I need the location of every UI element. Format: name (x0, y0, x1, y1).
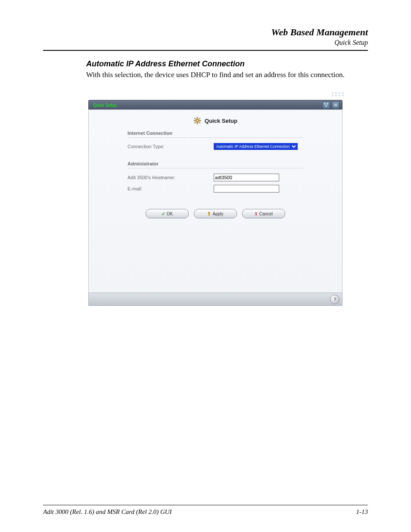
status-bar: ? (88, 293, 342, 306)
svg-rect-11 (194, 118, 196, 119)
svg-rect-0 (324, 103, 326, 104)
page-header-title: Web Based Management (271, 27, 368, 38)
cancel-icon: X (255, 212, 258, 216)
tab-label: Quick Setup (89, 103, 116, 108)
connection-type-label: Connection Type: (128, 144, 214, 149)
network-icon[interactable] (322, 101, 330, 109)
row-connection-type: Connection Type: Automatic IP Address Et… (128, 141, 303, 152)
panel-title-row: Quick Setup (89, 110, 342, 131)
svg-rect-5 (334, 106, 337, 106)
svg-rect-14 (199, 122, 200, 123)
button-row: ✓ OK ❢ Apply X Cancel (128, 209, 303, 218)
window-grip-dots (331, 91, 345, 97)
titlebar-icons (322, 101, 342, 109)
group-admin-label: Administrator (128, 161, 303, 166)
row-hostname: Adit 3500's Hostname: (128, 172, 303, 183)
svg-rect-7 (197, 117, 198, 118)
svg-rect-2 (326, 106, 327, 107)
apply-icon: ❢ (207, 212, 211, 216)
ok-button-label: OK (167, 212, 173, 216)
page: Web Based Management Quick Setup Automat… (0, 0, 411, 532)
network-icon-svg (324, 103, 329, 108)
list-icon[interactable] (332, 101, 339, 109)
help-button[interactable]: ? (330, 295, 339, 304)
section-body: With this selection, the device uses DHC… (86, 71, 345, 79)
hostname-input[interactable] (214, 174, 279, 181)
apply-button-label: Apply (212, 212, 223, 216)
ok-button[interactable]: ✓ OK (146, 209, 189, 218)
cancel-button[interactable]: X Cancel (242, 209, 285, 218)
page-header-subtitle: Quick Setup (271, 39, 368, 47)
check-icon: ✓ (162, 212, 165, 216)
gear-icon (193, 117, 201, 124)
app-window: Quick Setup (86, 91, 345, 306)
hostname-label: Adit 3500's Hostname: (128, 175, 214, 180)
divider (128, 137, 303, 138)
list-icon-svg (333, 103, 338, 108)
page-header: Web Based Management Quick Setup (271, 27, 368, 47)
help-icon: ? (333, 297, 336, 302)
svg-rect-10 (199, 120, 201, 121)
apply-button[interactable]: ❢ Apply (194, 209, 237, 218)
window-titlebar: Quick Setup (88, 100, 342, 110)
divider (128, 168, 303, 168)
footer-rule (43, 505, 368, 505)
footer-left: Adit 3000 (Rel. 1.6) and MSR Card (Rel 2… (43, 508, 172, 516)
email-label: E-mail: (128, 186, 214, 191)
content-frame: Quick Setup Internet Connection Connecti… (88, 109, 342, 293)
svg-point-15 (196, 120, 198, 121)
header-rule (43, 50, 368, 51)
svg-rect-1 (327, 103, 328, 104)
svg-rect-3 (334, 104, 337, 104)
panel-title: Quick Setup (205, 118, 237, 124)
svg-rect-9 (194, 120, 195, 121)
svg-rect-4 (334, 105, 337, 105)
svg-rect-12 (199, 118, 200, 119)
row-email: E-mail: (128, 183, 303, 194)
footer-right: 1-13 (356, 508, 368, 516)
svg-rect-13 (194, 122, 196, 123)
section-heading: Automatic IP Address Ethernet Connection (86, 59, 245, 68)
form-region: Internet Connection Connection Type: Aut… (89, 131, 342, 218)
connection-type-select[interactable]: Automatic IP Address Ethernet Connection (214, 143, 298, 150)
cancel-button-label: Cancel (259, 212, 273, 216)
email-input[interactable] (214, 185, 279, 193)
svg-rect-8 (197, 123, 198, 124)
group-internet-label: Internet Connection (128, 131, 303, 136)
